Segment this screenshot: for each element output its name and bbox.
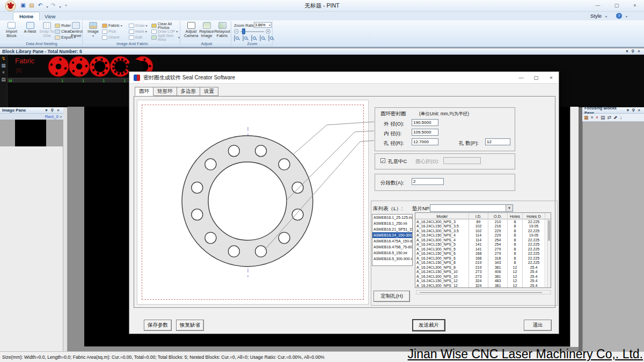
tab-settings[interactable]: 设置 (200, 87, 218, 96)
segments-input[interactable] (412, 178, 444, 185)
table-row[interactable]: A_16.24CL300_NPS_6168318822.225 (415, 256, 551, 261)
clear-all-photos-button[interactable]: Clear All Photos (151, 23, 180, 28)
library-list-item[interactable]: ASMEB16.1_250.ini (372, 220, 412, 226)
window-minimize-button[interactable]: — (592, 2, 604, 10)
table-row[interactable]: A_16.24CL150_NPS_102734061225.4 (415, 270, 551, 275)
workspace-scrollbar[interactable] (570, 107, 579, 347)
grid-view-icon[interactable]: ▦ (1, 63, 6, 69)
rect-label[interactable]: Rect_0 (45, 114, 58, 119)
relayout-fabric-button[interactable]: Relayout Fabric (215, 22, 230, 38)
move-down-icon[interactable]: ↓ (620, 115, 623, 120)
delete-all-icon[interactable]: × (596, 115, 598, 120)
table-row[interactable]: A_16.24CL150_NPS_8219343822.225 (415, 261, 551, 265)
table-column-header[interactable]: Holes D (523, 213, 545, 219)
pane-splitter[interactable] (63, 107, 68, 351)
zoom-out-button[interactable]: − (234, 29, 239, 34)
window-close-button[interactable]: × (629, 2, 641, 10)
zoom-ratio-combobox[interactable]: 3.86% ▾ (254, 22, 272, 28)
table-row[interactable]: A_16.24CL300_NPS_389210822.225 (415, 219, 551, 224)
dropdown-arrow-icon[interactable]: ▾ (506, 205, 513, 211)
tab-view[interactable]: View (39, 12, 61, 20)
library-listbox[interactable]: ASMEB16.1_25-125.iniASMEB16.1_250.iniASM… (372, 214, 413, 266)
center-distance-input[interactable] (443, 157, 481, 164)
paste-block-icon[interactable]: ▤ (1, 77, 6, 83)
restore-defaults-button[interactable]: 恢复缺省 (176, 320, 204, 331)
import-block-button[interactable]: Import Block (2, 22, 21, 38)
toolbar-options-icon[interactable]: ▾ (626, 14, 627, 18)
hole-diameter-input[interactable] (412, 138, 438, 145)
nps-dropdown[interactable]: ▾ (430, 204, 513, 212)
dialog-minimize-button[interactable]: — (514, 73, 529, 83)
image-button[interactable]: Image ▾ (86, 22, 100, 38)
tab-rect-ring[interactable]: 矩形环 (153, 87, 177, 96)
custom-hole-button[interactable]: 定制孔(H) (374, 291, 410, 302)
pane-close-icon[interactable]: × (55, 108, 61, 113)
table-column-header[interactable]: I.D. (469, 213, 488, 219)
holes-centered-checkbox[interactable]: ✓ (380, 158, 385, 163)
move-up-icon[interactable]: ⬈ (613, 115, 618, 120)
block-thumbnail[interactable] (69, 56, 90, 77)
library-list-item[interactable]: ASMEB16.24_150-300.in (372, 232, 412, 238)
table-row[interactable]: A_16.24CL300_NPS_4114254822.225 (415, 238, 551, 242)
block-thumbnail[interactable] (48, 56, 69, 77)
image-preview[interactable] (0, 120, 63, 146)
table-row[interactable]: A_16.24CL300_NPS_3.5102229822.225 (415, 228, 551, 233)
collapse-icon[interactable]: ▾ (60, 115, 62, 119)
snap-to-grid-button[interactable]: Snap To Grid (39, 22, 55, 38)
style-menu[interactable]: Style (590, 13, 602, 19)
pane-pin-icon[interactable]: ⚲ (631, 108, 636, 113)
orient-button[interactable]: Orient (102, 34, 119, 40)
a-nest-button[interactable]: A-Nest (22, 22, 38, 34)
exit-button[interactable]: 退出 (524, 320, 552, 331)
outer-diameter-input[interactable] (412, 119, 438, 126)
table-vscrollbar[interactable] (547, 219, 551, 287)
table-row[interactable]: A_16.24CL300_NPS_102733811225.4 (415, 274, 551, 279)
dialog-maximize-button[interactable]: ▢ (529, 73, 544, 83)
adjust-camera-button[interactable]: Adjust Camera (184, 22, 199, 38)
table-row[interactable]: A_16.24CL150_NPS_123244831225.4 (415, 279, 551, 284)
split-skin-area-button[interactable]: Split Skin Area ▾ (151, 34, 180, 40)
pane-close-icon[interactable]: × (636, 49, 642, 54)
nest-flash-icon[interactable]: ↯ (1, 56, 6, 62)
pick-button[interactable]: Pick (102, 28, 116, 34)
table-row[interactable]: A_16.24CL300_NPS_5141279822.225 (415, 247, 551, 252)
table-row[interactable]: A_16.24CL150_NPS_6168279822.225 (415, 252, 551, 256)
tab-polygon[interactable]: 多边形 (177, 87, 201, 96)
table-column-header[interactable]: Holes (508, 213, 523, 219)
dialog-close-button[interactable]: × (544, 73, 559, 83)
library-list-item[interactable]: ASMEB16.1_25-125.ini (372, 215, 412, 220)
gasket-table[interactable]: ModelI.D.O.D.HolesHoles D A_16.24CL300_N… (415, 212, 551, 288)
mark-button[interactable]: Mark ▾ (129, 28, 147, 34)
pane-menu-icon[interactable]: ▾ (43, 108, 49, 113)
fabric-button[interactable]: Fabric ▾ (102, 23, 122, 28)
window-maximize-button[interactable]: ▢ (611, 2, 623, 10)
page-icon[interactable]: ▤ (601, 115, 605, 120)
hole-count-input[interactable] (485, 138, 510, 145)
table-hscrollbar[interactable] (416, 290, 551, 294)
edit-button[interactable]: Edit (129, 34, 142, 40)
library-list-item[interactable]: ASMEB16.21_SP51_150 (372, 226, 412, 232)
help-icon[interactable]: ? (616, 13, 622, 19)
pane-menu-icon[interactable]: ▾ (624, 49, 630, 54)
library-list-item[interactable]: ASMEB16.5_150.ini (372, 250, 412, 256)
zoom-slider-thumb[interactable] (242, 28, 245, 34)
draw-button[interactable]: Draw ▾ (129, 23, 148, 28)
table-row[interactable]: A_16.24CL300_NPS_82193811225.4 (415, 265, 551, 270)
table-row[interactable]: A_16.24CL300_NPS_123243811225.4 (415, 283, 551, 288)
swap-icon[interactable]: ⇄ (608, 115, 612, 120)
pane-close-icon[interactable]: × (636, 108, 642, 113)
delete-block-icon[interactable]: × (1, 70, 6, 76)
table-row[interactable]: A_16.24CL150_NPS_3.5102216819.05 (415, 224, 551, 229)
block-thumbnail[interactable] (90, 56, 110, 77)
delete-icon[interactable]: × (591, 115, 594, 120)
table-column-header[interactable]: Model (415, 213, 469, 219)
style-dropdown-icon[interactable]: ▾ (605, 14, 607, 18)
zoom-in-button[interactable]: + (266, 29, 270, 34)
table-column-header[interactable]: O.D. (488, 213, 508, 219)
send-piece-button[interactable]: 发送裁片 (412, 319, 445, 331)
pane-pin-icon[interactable]: ⚲ (630, 49, 636, 54)
pane-menu-icon[interactable]: ▾ (625, 108, 631, 113)
replace-image-button[interactable]: Replace Image (199, 22, 214, 38)
tab-home[interactable]: Home (13, 12, 40, 20)
tab-ring[interactable]: 圆环 (135, 87, 153, 96)
